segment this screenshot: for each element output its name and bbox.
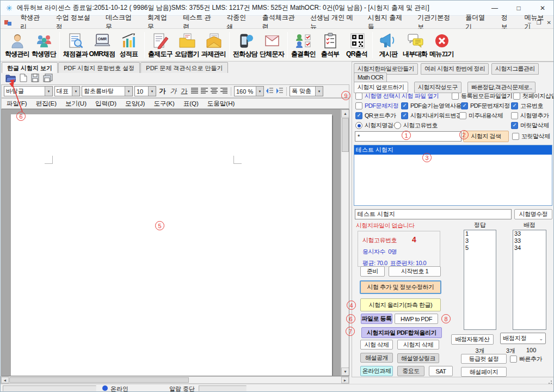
delete-exam-button[interactable]: 시험 삭제	[360, 340, 393, 350]
checkbox-pdf-renumber[interactable]: PDF문번재지정	[461, 102, 510, 110]
grading-result-button[interactable]: 채점결과	[62, 30, 89, 60]
online-homework-button[interactable]: 온라인과제	[360, 366, 393, 376]
menu-shape[interactable]: 모양(J)	[125, 100, 145, 108]
points-mode-select[interactable]: 배점지정⌄	[500, 333, 546, 344]
answers-list[interactable]: 1 3 5	[464, 230, 496, 330]
attendance-check-button[interactable]: 출결확인	[290, 30, 317, 60]
line-spacing-decrease-icon[interactable]	[266, 87, 274, 96]
align-right-icon[interactable]	[220, 87, 228, 96]
menu-help[interactable]: 도움말(H)	[207, 100, 235, 108]
exam-name-input[interactable]: 테스트 시험지	[355, 209, 512, 219]
wrong-answer-button[interactable]: 오답뽑기	[174, 30, 200, 60]
tab-math-ocr[interactable]: Math OCR	[354, 72, 387, 82]
group-sms-button[interactable]: 단체문자	[258, 30, 285, 60]
checkbox-first-page[interactable]: 첫페이지삽입	[513, 92, 554, 100]
grade-cut-button[interactable]: 등급컷 설정	[461, 354, 507, 364]
checkbox-pdf-problem[interactable]: PDF문제지정	[355, 102, 399, 110]
checkbox-examname-add[interactable]: 시험명추가	[511, 112, 549, 120]
scroll-up-icon[interactable]: ▲	[341, 109, 349, 118]
phone-consult-button[interactable]: 전화상담	[232, 30, 258, 60]
students-manage-button[interactable]: 학생관리	[4, 30, 30, 60]
save-icon[interactable]	[31, 74, 39, 84]
vertical-scrollbar[interactable]: ▲ ▼	[341, 109, 349, 376]
line-spacing-increase-icon[interactable]	[275, 87, 284, 96]
internal-chat-button[interactable]: 내부대화	[402, 30, 428, 60]
close-menu-button[interactable]: 메뉴끄기	[428, 30, 455, 60]
vertical-scroll-thumb[interactable]	[342, 118, 349, 152]
exam-search-button[interactable]: 시험지 검색	[463, 131, 509, 142]
menu-tools[interactable]: 도구(K)	[153, 100, 174, 108]
radio-search-by-name[interactable]: 시험지명검색	[355, 121, 399, 130]
align-left-icon[interactable]	[200, 87, 208, 96]
omr-grading-button[interactable]: OMR OMR채점	[89, 30, 115, 60]
checkbox-open-all[interactable]: 등록된모든파일열기	[452, 92, 513, 100]
exam-list-selected-item[interactable]: 테스트 시험지	[354, 145, 552, 155]
menu-input[interactable]: 입력(D)	[95, 100, 116, 108]
size-select[interactable]: 10▼	[134, 86, 156, 96]
resize-grip[interactable]	[546, 378, 552, 384]
tab-pdf-to-mc[interactable]: PDF 문제 객관식으로 만들기	[140, 62, 228, 73]
exam-list[interactable]: 테스트 시험지	[354, 145, 552, 206]
checkbox-qr-add[interactable]: QR코드추가	[355, 112, 396, 120]
zoom-select[interactable]: 160 %▼	[234, 86, 264, 96]
tab-hwp-view[interactable]: 한글 시험지 보기	[2, 62, 58, 73]
align-center-icon[interactable]	[210, 87, 218, 96]
tab-exam-authoring[interactable]: 시험지작성도구	[414, 82, 461, 93]
checkbox-endnote-del[interactable]: 미주내용삭제	[459, 112, 503, 120]
menu-edit[interactable]: 편집(E)	[36, 100, 57, 108]
auto-points-button[interactable]: 배점자동계산	[451, 334, 494, 345]
checkbox-pdf-hide-area[interactable]: PDF숨기는영역사용	[401, 102, 461, 110]
ready-button[interactable]: 준비	[360, 266, 385, 277]
hwp-to-pdf-button[interactable]: HWP to PDF	[395, 314, 438, 324]
explanation-video-button[interactable]: 해설영상링크	[397, 353, 439, 363]
qr-attendance-button[interactable]: QR출석	[343, 30, 370, 60]
authoring-tool-button[interactable]: 출제도구	[147, 30, 174, 60]
upload-left-hwp-button[interactable]: 시험지 올리기(좌측 한글)	[360, 298, 441, 311]
students-roster-button[interactable]: 학생명단	[30, 30, 57, 60]
tab-exam-upload[interactable]: 시험지 업로드하기	[354, 82, 408, 93]
sat-button[interactable]: SAT	[429, 366, 453, 376]
importance-button[interactable]: 중요도	[397, 366, 424, 376]
checkbox-open-on-select[interactable]: 시험명 선택시 시험 파일 열기	[355, 92, 439, 100]
checkbox-unique-no[interactable]: 고유번호	[511, 102, 543, 110]
horizontal-scrollbar[interactable]: ◄ ►	[1, 376, 349, 384]
menu-table[interactable]: 표(Q)	[183, 100, 199, 108]
tab-exam-group-manage[interactable]: 시험지그룹관리	[491, 63, 539, 75]
mdi-restore-button[interactable]: ❒	[537, 20, 541, 26]
checkbox-footer-del[interactable]: 꼬릿말삭제	[512, 132, 550, 140]
scroll-down-icon[interactable]: ▼	[341, 367, 349, 376]
bold-button[interactable]: 가	[158, 87, 167, 96]
checkbox-keyword-change[interactable]: 시험지내키워드변경	[401, 112, 462, 120]
explanation-open-button[interactable]: 해설공개	[360, 353, 393, 363]
homework-manage-button[interactable]: 과제관리	[200, 30, 227, 60]
document-canvas[interactable]: ▲ ▼	[1, 109, 349, 376]
save-all-icon[interactable]	[43, 74, 53, 84]
horizontal-scroll-thumb[interactable]	[9, 377, 189, 383]
tab-quick-answer[interactable]: 빠른정답,객관식문제로..	[467, 82, 535, 93]
mdi-minimize-button[interactable]: –	[528, 20, 531, 26]
menu-view2[interactable]: 보기(U)	[65, 100, 87, 108]
scroll-right-icon[interactable]: ►	[341, 377, 349, 383]
fit-width-select[interactable]: 폭 맞춤▼	[290, 86, 323, 96]
explanation-page-button[interactable]: 해설페이지	[461, 367, 507, 377]
pdf-merge-upload-button[interactable]: 시험지파일 PDF합쳐올리기	[361, 327, 442, 338]
points-list[interactable]: 33 33 34	[513, 230, 546, 330]
rename-exam-button[interactable]: 시험명수정	[514, 209, 552, 219]
attendance-book-button[interactable]: 출석부	[317, 30, 343, 60]
delete-paper-button[interactable]: 시험지 삭제	[397, 340, 439, 350]
underline-button[interactable]: 가	[180, 87, 189, 96]
font-select[interactable]: 함초롬바탕▼	[82, 86, 133, 96]
file-register-button[interactable]: 파일로 등록	[361, 314, 392, 324]
tab-pdf-numbering[interactable]: PDF 시험지 문항번호 설정	[58, 62, 140, 73]
report-card-button[interactable]: 성적표	[115, 30, 142, 60]
align-justify-icon[interactable]	[190, 87, 199, 96]
board-button[interactable]: 게시판	[375, 30, 402, 60]
rep-select[interactable]: 대표▼	[54, 86, 80, 96]
radio-search-by-id[interactable]: 시험고유번호	[394, 121, 438, 130]
add-exam-button[interactable]: 시험 추가 및 정보수정하기	[360, 280, 441, 294]
mdi-close-button[interactable]: ✕	[547, 20, 551, 26]
scroll-left-icon[interactable]: ◄	[1, 377, 9, 383]
checkbox-header-del[interactable]: 머릿말삭제	[511, 121, 549, 130]
document-page[interactable]	[11, 114, 332, 376]
start-number-button[interactable]: 시작번호 1	[389, 266, 441, 277]
